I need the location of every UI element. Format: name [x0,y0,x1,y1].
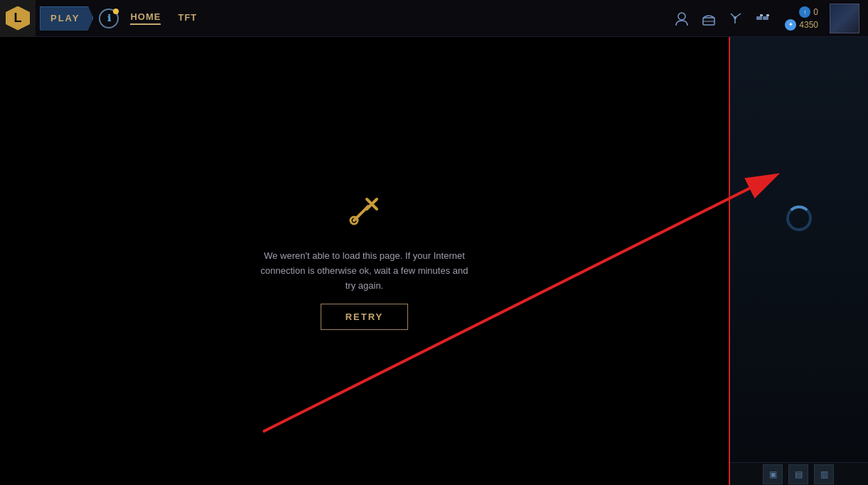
shop-icon-btn[interactable] [755,11,773,26]
svg-point-0 [678,13,685,20]
currency-display: ↑ 0 ✦ 4350 [785,6,818,31]
bottom-strip: ▣ ▤ ▥ [729,462,868,485]
chest-icon [701,11,717,26]
svg-rect-5 [763,16,768,20]
top-navigation-bar: L PLAY ℹ HOME TFT [0,0,868,37]
bottom-icon-1[interactable]: ▣ [763,464,783,484]
be-amount: 4350 [799,20,818,30]
logo-area: L [0,0,36,37]
nav-tft[interactable]: TFT [178,12,197,24]
right-panel: ▣ ▤ ▥ [729,37,868,485]
loot-icon-btn[interactable] [701,11,717,26]
loading-spinner [786,206,812,231]
league-logo: L [6,6,30,31]
retry-button[interactable]: RETRY [321,304,409,330]
avatar-image [830,4,859,33]
error-icon [347,192,382,235]
error-message-text: We weren't able to load this page. If yo… [258,249,471,293]
rp-icon: ↑ [799,6,810,18]
svg-rect-6 [760,14,763,16]
svg-point-3 [734,16,736,19]
profile-icon [674,11,690,26]
bottom-icon-3[interactable]: ▥ [814,464,834,484]
notification-dot [113,9,119,14]
be-icon: ✦ [785,19,796,31]
be-row: ✦ 4350 [785,19,818,31]
main-content-area: We weren't able to load this page. If yo… [0,37,729,485]
wrench-icon [728,11,744,26]
info-button[interactable]: ℹ [99,9,119,28]
nav-home[interactable]: HOME [130,11,161,25]
settings-icon-btn[interactable] [728,11,744,26]
nav-links: HOME TFT [130,11,197,25]
topbar-right: ↑ 0 ✦ 4350 [674,4,868,33]
rp-amount: 0 [813,7,818,17]
error-panel: We weren't able to load this page. If yo… [258,192,471,329]
svg-rect-7 [766,14,769,16]
wrench-cross-icon [347,192,382,228]
svg-rect-4 [756,16,762,20]
info-icon: ℹ [107,13,111,23]
shop-icon [755,11,773,26]
play-button[interactable]: PLAY [40,6,93,31]
profile-icon-btn[interactable] [674,11,690,26]
rp-row: ↑ 0 [799,6,818,18]
avatar[interactable] [830,4,859,33]
bottom-icon-2[interactable]: ▤ [788,464,808,484]
